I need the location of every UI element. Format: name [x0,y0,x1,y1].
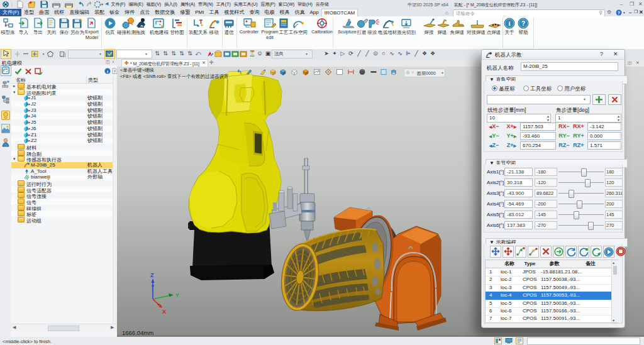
svg-text:Y: Y [175,292,179,298]
svg-text:Z: Z [150,272,154,278]
svg-text:i: i [508,19,510,27]
svg-text:i: i [107,69,108,74]
svg-text:X: X [162,309,166,315]
svg-text:?: ? [618,11,620,15]
svg-text:?: ? [521,20,525,27]
